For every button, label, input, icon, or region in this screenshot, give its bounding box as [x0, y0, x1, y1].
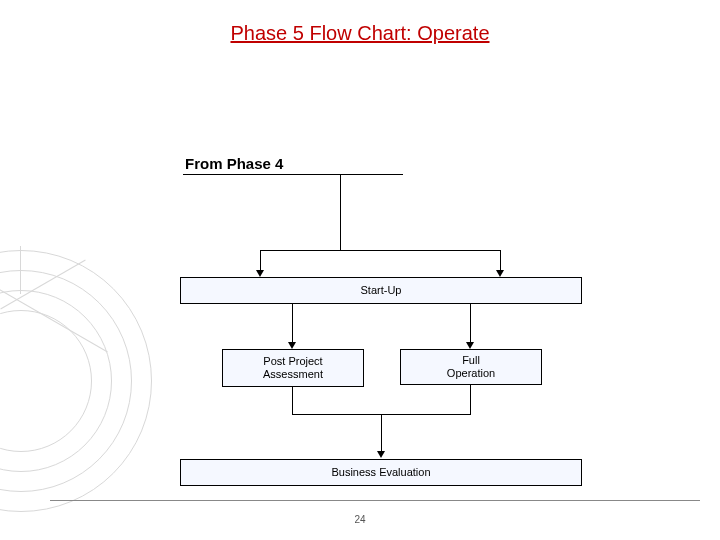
connector — [340, 175, 341, 250]
connector — [292, 303, 293, 343]
arrowhead-icon — [496, 270, 504, 277]
bg-ray — [20, 246, 21, 294]
connector — [292, 386, 293, 414]
connector — [470, 384, 471, 414]
footer-rule — [50, 500, 700, 501]
connector — [500, 250, 501, 271]
arrowhead-icon — [466, 342, 474, 349]
node-post-project-assessment: Post ProjectAssessment — [222, 349, 364, 387]
connector — [260, 250, 500, 251]
arrowhead-icon — [288, 342, 296, 349]
page-number: 24 — [0, 514, 720, 525]
from-phase-label: From Phase 4 — [183, 155, 403, 175]
arrowhead-icon — [256, 270, 264, 277]
connector — [260, 250, 261, 271]
page-title: Phase 5 Flow Chart: Operate — [0, 22, 720, 45]
node-start-up: Start-Up — [180, 277, 582, 304]
arrowhead-icon — [377, 451, 385, 458]
connector — [470, 303, 471, 343]
connector — [381, 414, 382, 452]
node-full-operation: FullOperation — [400, 349, 542, 385]
node-business-evaluation: Business Evaluation — [180, 459, 582, 486]
